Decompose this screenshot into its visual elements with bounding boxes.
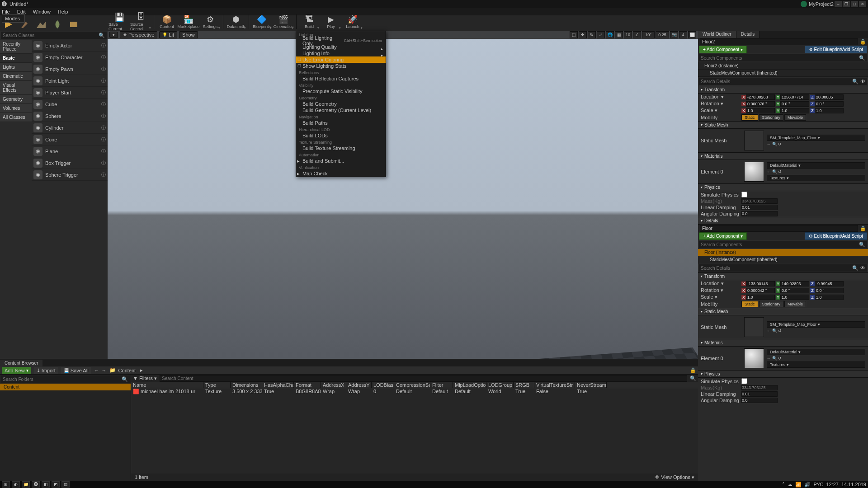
content-tree-search-input[interactable] bbox=[3, 377, 122, 382]
search-details-input[interactable] bbox=[701, 79, 852, 84]
search-details-input[interactable] bbox=[701, 266, 852, 271]
tray-cloud-icon[interactable]: ☁ bbox=[788, 482, 793, 488]
save-all-button[interactable]: 💾 Save All bbox=[61, 367, 91, 374]
add-component-button[interactable]: + Add Component ▾ bbox=[699, 46, 747, 53]
mesh-thumbnail[interactable] bbox=[744, 317, 764, 337]
lit-button[interactable]: 💡 Lit bbox=[159, 31, 177, 38]
place-category[interactable]: Geometry bbox=[0, 95, 32, 104]
material-thumbnail[interactable] bbox=[744, 348, 764, 368]
section-static-mesh[interactable]: Static Mesh bbox=[698, 121, 868, 129]
component-item[interactable]: StaticMeshComponent (Inherited) bbox=[698, 256, 868, 263]
close-button[interactable]: ✕ bbox=[859, 1, 866, 7]
simulate-physics-checkbox[interactable] bbox=[741, 192, 747, 197]
mesh-asset-dropdown[interactable]: SM_Template_Map_Floor ▾ bbox=[767, 321, 865, 328]
menu-item[interactable]: Build Reflection Captures bbox=[296, 75, 386, 82]
actor-name-input[interactable] bbox=[700, 225, 858, 232]
mode-geometry-icon[interactable] bbox=[66, 16, 81, 33]
material-asset-dropdown[interactable]: DefaultMaterial ▾ bbox=[767, 349, 865, 355]
info-icon[interactable]: ⓘ bbox=[101, 54, 106, 61]
transform-move-icon[interactable]: ✥ bbox=[579, 31, 587, 38]
scale-x-input[interactable] bbox=[746, 108, 775, 113]
rotation-x-input[interactable] bbox=[746, 288, 775, 293]
place-item[interactable]: ◉Empty Pawnⓘ bbox=[32, 63, 108, 75]
section-materials[interactable]: Materials bbox=[698, 339, 868, 347]
column-header[interactable]: SRGB bbox=[514, 382, 534, 388]
column-header[interactable]: Filter bbox=[430, 382, 453, 388]
mass-input[interactable] bbox=[741, 198, 778, 204]
section-physics[interactable]: Physics bbox=[698, 370, 868, 378]
nav-back-icon[interactable]: ← bbox=[94, 368, 99, 373]
angular-damping-input[interactable] bbox=[741, 211, 778, 216]
location-z-input[interactable] bbox=[815, 94, 844, 100]
mobility-static-button[interactable]: Static bbox=[741, 301, 758, 307]
place-category[interactable]: Visual Effects bbox=[0, 81, 32, 95]
info-icon[interactable]: ⓘ bbox=[101, 66, 106, 72]
rotation-y-input[interactable] bbox=[780, 288, 809, 293]
scale-x-input[interactable] bbox=[746, 295, 775, 300]
camera-speed-icon[interactable]: 📷 bbox=[670, 31, 678, 38]
transform-rotate-icon[interactable]: ↻ bbox=[588, 31, 596, 38]
place-category[interactable]: All Classes bbox=[0, 113, 32, 122]
task-app-icon[interactable]: ◧ bbox=[42, 481, 50, 488]
place-item[interactable]: ◉Player Startⓘ bbox=[32, 87, 108, 99]
menu-item[interactable]: ▸Build and Submit... bbox=[296, 158, 386, 164]
place-item[interactable]: ◉Sphereⓘ bbox=[32, 110, 108, 122]
modes-tab[interactable]: Modes bbox=[2, 14, 25, 23]
menu-item[interactable]: Build Paths bbox=[296, 120, 386, 126]
toolbar-content-button[interactable]: 📦Content bbox=[156, 13, 178, 31]
menu-help[interactable]: Help bbox=[58, 9, 68, 14]
menu-edit[interactable]: Edit bbox=[17, 9, 26, 14]
tray-lang[interactable]: РУС bbox=[813, 482, 823, 487]
rotation-y-input[interactable] bbox=[780, 101, 809, 107]
edit-blueprint-button[interactable]: ⚙ Edit Blueprint/Add Script bbox=[805, 46, 867, 53]
toolbar-datasmith-button[interactable]: ⬢Datasmith▾ bbox=[225, 13, 247, 31]
mobility-movable-button[interactable]: Movable bbox=[784, 301, 806, 307]
rotation-z-input[interactable] bbox=[815, 288, 844, 293]
task-app2-icon[interactable]: ◩ bbox=[52, 481, 60, 488]
mobility-stationary-button[interactable]: Stationary bbox=[759, 114, 784, 121]
info-icon[interactable]: ⓘ bbox=[101, 89, 106, 96]
mesh-thumbnail[interactable] bbox=[744, 131, 764, 150]
linear-damping-input[interactable] bbox=[741, 391, 778, 397]
info-icon[interactable]: ⓘ bbox=[101, 125, 106, 131]
search-components-input[interactable] bbox=[701, 56, 859, 61]
toolbar-source-button[interactable]: 🗄Source Control▾ bbox=[130, 13, 152, 31]
column-header[interactable]: CompressionSett bbox=[394, 382, 430, 388]
search-classes-input[interactable] bbox=[3, 33, 99, 38]
tab-world-outliner[interactable]: World Outliner bbox=[698, 31, 736, 38]
toolbar-cinematics-button[interactable]: 🎬Cinematics▾ bbox=[273, 13, 294, 31]
place-category[interactable]: Basic bbox=[0, 54, 32, 63]
eye-icon[interactable]: 👁 bbox=[860, 265, 865, 271]
place-item[interactable]: ◉Empty Actorⓘ bbox=[32, 40, 108, 52]
place-item[interactable]: ◉Cylinderⓘ bbox=[32, 122, 108, 134]
toolbar-blueprints-button[interactable]: 🔷Blueprints▾ bbox=[251, 13, 273, 31]
section-materials[interactable]: Materials bbox=[698, 152, 868, 160]
column-header[interactable]: HasAlphaChanne bbox=[262, 382, 294, 388]
mode-landscape-icon[interactable] bbox=[33, 16, 49, 33]
place-category[interactable]: Recently Placed bbox=[0, 40, 32, 54]
camera-speed-value[interactable]: 4 bbox=[679, 31, 687, 38]
scale-y-input[interactable] bbox=[780, 295, 809, 300]
material-thumbnail[interactable] bbox=[744, 162, 764, 182]
minimize-button[interactable]: – bbox=[835, 1, 842, 7]
simulate-physics-checkbox[interactable] bbox=[741, 378, 747, 384]
tree-item-content[interactable]: Content bbox=[0, 384, 131, 390]
location-y-input[interactable] bbox=[780, 281, 809, 286]
place-item[interactable]: ◉Point Lightⓘ bbox=[32, 75, 108, 87]
menu-item[interactable]: Build Geometry (Current Level) bbox=[296, 107, 386, 113]
section-transform[interactable]: Transform bbox=[698, 86, 868, 94]
snap-grid-value[interactable]: 10 bbox=[624, 31, 632, 38]
task-explorer-icon[interactable]: 📁 bbox=[22, 481, 30, 488]
section-static-mesh[interactable]: Static Mesh bbox=[698, 308, 868, 315]
mobility-static-button[interactable]: Static bbox=[741, 114, 758, 121]
location-x-input[interactable] bbox=[746, 281, 775, 286]
location-z-input[interactable] bbox=[815, 281, 844, 286]
textures-dropdown[interactable]: Textures ▾ bbox=[767, 361, 865, 368]
transform-select-icon[interactable]: ⬚ bbox=[570, 31, 578, 38]
coord-space-icon[interactable]: 🌐 bbox=[606, 31, 614, 38]
lock-icon[interactable]: 🔒 bbox=[860, 225, 866, 231]
location-y-input[interactable] bbox=[780, 94, 809, 100]
column-header[interactable]: LODGroup bbox=[486, 382, 514, 388]
menu-item[interactable]: ☐Show Lighting Stats bbox=[296, 63, 386, 69]
place-item[interactable]: ◉Sphere Triggerⓘ bbox=[32, 169, 108, 181]
